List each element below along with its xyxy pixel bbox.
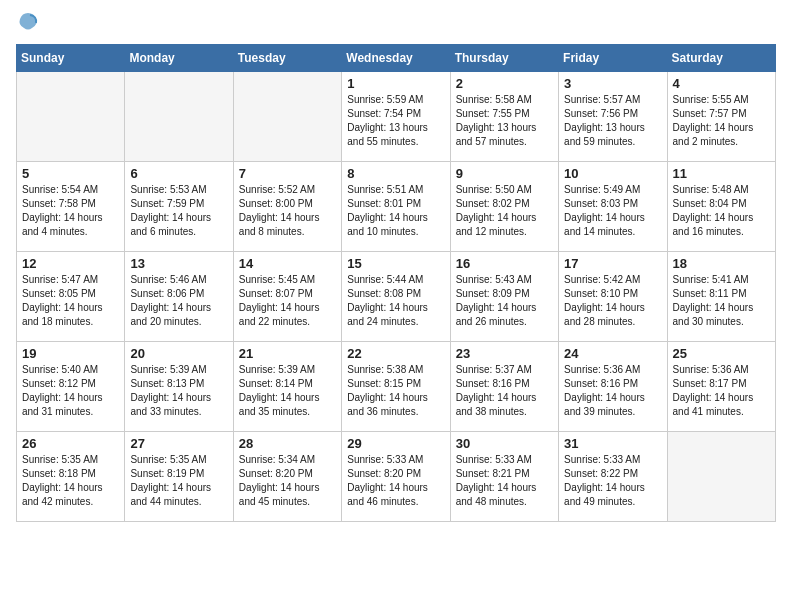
calendar-cell: 4Sunrise: 5:55 AMSunset: 7:57 PMDaylight… xyxy=(667,71,775,161)
calendar-cell: 10Sunrise: 5:49 AMSunset: 8:03 PMDayligh… xyxy=(559,161,667,251)
calendar-cell: 3Sunrise: 5:57 AMSunset: 7:56 PMDaylight… xyxy=(559,71,667,161)
day-info: Sunrise: 5:42 AMSunset: 8:10 PMDaylight:… xyxy=(564,273,661,329)
calendar-cell: 15Sunrise: 5:44 AMSunset: 8:08 PMDayligh… xyxy=(342,251,450,341)
day-number: 14 xyxy=(239,256,336,271)
day-number: 4 xyxy=(673,76,770,91)
day-info: Sunrise: 5:34 AMSunset: 8:20 PMDaylight:… xyxy=(239,453,336,509)
calendar-cell xyxy=(17,71,125,161)
day-number: 7 xyxy=(239,166,336,181)
calendar-cell: 27Sunrise: 5:35 AMSunset: 8:19 PMDayligh… xyxy=(125,431,233,521)
day-info: Sunrise: 5:57 AMSunset: 7:56 PMDaylight:… xyxy=(564,93,661,149)
day-info: Sunrise: 5:33 AMSunset: 8:20 PMDaylight:… xyxy=(347,453,444,509)
calendar-cell: 7Sunrise: 5:52 AMSunset: 8:00 PMDaylight… xyxy=(233,161,341,251)
day-info: Sunrise: 5:38 AMSunset: 8:15 PMDaylight:… xyxy=(347,363,444,419)
day-number: 5 xyxy=(22,166,119,181)
day-number: 12 xyxy=(22,256,119,271)
day-number: 29 xyxy=(347,436,444,451)
day-info: Sunrise: 5:37 AMSunset: 8:16 PMDaylight:… xyxy=(456,363,553,419)
day-info: Sunrise: 5:39 AMSunset: 8:14 PMDaylight:… xyxy=(239,363,336,419)
calendar-cell: 14Sunrise: 5:45 AMSunset: 8:07 PMDayligh… xyxy=(233,251,341,341)
day-info: Sunrise: 5:47 AMSunset: 8:05 PMDaylight:… xyxy=(22,273,119,329)
logo xyxy=(16,16,38,36)
day-info: Sunrise: 5:45 AMSunset: 8:07 PMDaylight:… xyxy=(239,273,336,329)
calendar-cell: 2Sunrise: 5:58 AMSunset: 7:55 PMDaylight… xyxy=(450,71,558,161)
day-info: Sunrise: 5:35 AMSunset: 8:18 PMDaylight:… xyxy=(22,453,119,509)
day-info: Sunrise: 5:44 AMSunset: 8:08 PMDaylight:… xyxy=(347,273,444,329)
calendar-cell xyxy=(125,71,233,161)
day-info: Sunrise: 5:54 AMSunset: 7:58 PMDaylight:… xyxy=(22,183,119,239)
weekday-header: Tuesday xyxy=(233,44,341,71)
weekday-header: Wednesday xyxy=(342,44,450,71)
weekday-header: Thursday xyxy=(450,44,558,71)
day-info: Sunrise: 5:33 AMSunset: 8:21 PMDaylight:… xyxy=(456,453,553,509)
day-info: Sunrise: 5:58 AMSunset: 7:55 PMDaylight:… xyxy=(456,93,553,149)
day-info: Sunrise: 5:55 AMSunset: 7:57 PMDaylight:… xyxy=(673,93,770,149)
day-info: Sunrise: 5:48 AMSunset: 8:04 PMDaylight:… xyxy=(673,183,770,239)
weekday-header: Sunday xyxy=(17,44,125,71)
calendar-cell xyxy=(667,431,775,521)
calendar-cell: 18Sunrise: 5:41 AMSunset: 8:11 PMDayligh… xyxy=(667,251,775,341)
day-number: 19 xyxy=(22,346,119,361)
day-number: 22 xyxy=(347,346,444,361)
day-number: 1 xyxy=(347,76,444,91)
calendar-cell: 25Sunrise: 5:36 AMSunset: 8:17 PMDayligh… xyxy=(667,341,775,431)
calendar-cell: 29Sunrise: 5:33 AMSunset: 8:20 PMDayligh… xyxy=(342,431,450,521)
day-number: 25 xyxy=(673,346,770,361)
day-number: 21 xyxy=(239,346,336,361)
day-number: 10 xyxy=(564,166,661,181)
day-number: 26 xyxy=(22,436,119,451)
day-number: 28 xyxy=(239,436,336,451)
day-number: 2 xyxy=(456,76,553,91)
day-info: Sunrise: 5:43 AMSunset: 8:09 PMDaylight:… xyxy=(456,273,553,329)
day-number: 30 xyxy=(456,436,553,451)
day-info: Sunrise: 5:51 AMSunset: 8:01 PMDaylight:… xyxy=(347,183,444,239)
day-number: 11 xyxy=(673,166,770,181)
calendar-cell: 23Sunrise: 5:37 AMSunset: 8:16 PMDayligh… xyxy=(450,341,558,431)
day-number: 18 xyxy=(673,256,770,271)
calendar-cell: 24Sunrise: 5:36 AMSunset: 8:16 PMDayligh… xyxy=(559,341,667,431)
calendar-cell: 13Sunrise: 5:46 AMSunset: 8:06 PMDayligh… xyxy=(125,251,233,341)
calendar-cell: 8Sunrise: 5:51 AMSunset: 8:01 PMDaylight… xyxy=(342,161,450,251)
day-info: Sunrise: 5:39 AMSunset: 8:13 PMDaylight:… xyxy=(130,363,227,419)
day-number: 6 xyxy=(130,166,227,181)
day-info: Sunrise: 5:49 AMSunset: 8:03 PMDaylight:… xyxy=(564,183,661,239)
day-number: 27 xyxy=(130,436,227,451)
day-number: 8 xyxy=(347,166,444,181)
day-number: 17 xyxy=(564,256,661,271)
calendar-cell: 11Sunrise: 5:48 AMSunset: 8:04 PMDayligh… xyxy=(667,161,775,251)
calendar-cell: 17Sunrise: 5:42 AMSunset: 8:10 PMDayligh… xyxy=(559,251,667,341)
day-info: Sunrise: 5:35 AMSunset: 8:19 PMDaylight:… xyxy=(130,453,227,509)
day-number: 20 xyxy=(130,346,227,361)
day-info: Sunrise: 5:40 AMSunset: 8:12 PMDaylight:… xyxy=(22,363,119,419)
calendar-cell: 16Sunrise: 5:43 AMSunset: 8:09 PMDayligh… xyxy=(450,251,558,341)
calendar-cell: 5Sunrise: 5:54 AMSunset: 7:58 PMDaylight… xyxy=(17,161,125,251)
day-info: Sunrise: 5:36 AMSunset: 8:17 PMDaylight:… xyxy=(673,363,770,419)
calendar-cell: 22Sunrise: 5:38 AMSunset: 8:15 PMDayligh… xyxy=(342,341,450,431)
day-info: Sunrise: 5:53 AMSunset: 7:59 PMDaylight:… xyxy=(130,183,227,239)
logo-text xyxy=(16,16,38,36)
day-number: 31 xyxy=(564,436,661,451)
day-info: Sunrise: 5:50 AMSunset: 8:02 PMDaylight:… xyxy=(456,183,553,239)
calendar-cell: 12Sunrise: 5:47 AMSunset: 8:05 PMDayligh… xyxy=(17,251,125,341)
calendar-table: SundayMondayTuesdayWednesdayThursdayFrid… xyxy=(16,44,776,522)
calendar-cell: 26Sunrise: 5:35 AMSunset: 8:18 PMDayligh… xyxy=(17,431,125,521)
day-info: Sunrise: 5:41 AMSunset: 8:11 PMDaylight:… xyxy=(673,273,770,329)
calendar-cell: 30Sunrise: 5:33 AMSunset: 8:21 PMDayligh… xyxy=(450,431,558,521)
calendar-cell: 20Sunrise: 5:39 AMSunset: 8:13 PMDayligh… xyxy=(125,341,233,431)
day-info: Sunrise: 5:33 AMSunset: 8:22 PMDaylight:… xyxy=(564,453,661,509)
day-info: Sunrise: 5:46 AMSunset: 8:06 PMDaylight:… xyxy=(130,273,227,329)
day-number: 24 xyxy=(564,346,661,361)
day-number: 23 xyxy=(456,346,553,361)
calendar-cell xyxy=(233,71,341,161)
day-number: 3 xyxy=(564,76,661,91)
calendar-cell: 21Sunrise: 5:39 AMSunset: 8:14 PMDayligh… xyxy=(233,341,341,431)
calendar-cell: 28Sunrise: 5:34 AMSunset: 8:20 PMDayligh… xyxy=(233,431,341,521)
day-number: 13 xyxy=(130,256,227,271)
calendar-cell: 31Sunrise: 5:33 AMSunset: 8:22 PMDayligh… xyxy=(559,431,667,521)
day-info: Sunrise: 5:52 AMSunset: 8:00 PMDaylight:… xyxy=(239,183,336,239)
weekday-header: Friday xyxy=(559,44,667,71)
day-number: 16 xyxy=(456,256,553,271)
calendar-cell: 1Sunrise: 5:59 AMSunset: 7:54 PMDaylight… xyxy=(342,71,450,161)
calendar-cell: 9Sunrise: 5:50 AMSunset: 8:02 PMDaylight… xyxy=(450,161,558,251)
day-number: 15 xyxy=(347,256,444,271)
